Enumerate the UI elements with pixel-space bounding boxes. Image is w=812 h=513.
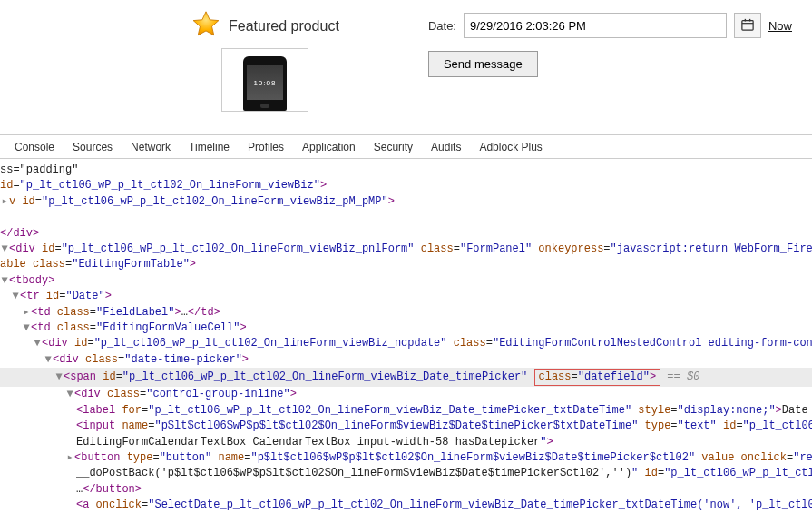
- phone-screen: 10:08: [247, 65, 283, 100]
- date-row: Date: Now: [428, 13, 792, 38]
- date-label: Date:: [428, 19, 456, 33]
- devtools-tabs: Console Sources Network Timeline Profile…: [0, 135, 812, 159]
- tab-console[interactable]: Console: [5, 135, 64, 158]
- devtools-panel: Console Sources Network Timeline Profile…: [0, 134, 812, 513]
- featured-header: Featured product: [191, 9, 339, 43]
- highlight-box: class="datefield">: [534, 369, 661, 386]
- star-icon: [191, 9, 221, 43]
- featured-title: Featured product: [229, 18, 339, 35]
- featured-product-widget: Featured product 10:08: [191, 9, 339, 112]
- calendar-button[interactable]: [734, 13, 761, 38]
- product-thumbnail[interactable]: 10:08: [221, 48, 308, 112]
- date-input[interactable]: [464, 13, 727, 38]
- tab-adblock[interactable]: Adblock Plus: [470, 135, 551, 158]
- elements-tree[interactable]: ss="padding" id="p_lt_ctl06_wP_p_lt_ctl0…: [0, 159, 812, 513]
- highlighted-span-line[interactable]: ▼<span id="p_lt_ctl06_wP_p_lt_ctl02_On_l…: [0, 368, 812, 387]
- tab-network[interactable]: Network: [122, 135, 180, 158]
- now-link[interactable]: Now: [768, 19, 792, 33]
- phone-icon: 10:08: [243, 56, 287, 111]
- date-form: Date: Now Send message: [428, 13, 792, 77]
- tab-application[interactable]: Application: [293, 135, 365, 158]
- tab-timeline[interactable]: Timeline: [180, 135, 239, 158]
- calendar-icon: [741, 18, 754, 34]
- tab-sources[interactable]: Sources: [64, 135, 122, 158]
- code-line: ss="padding": [0, 163, 78, 176]
- send-message-button[interactable]: Send message: [428, 51, 538, 77]
- svg-rect-0: [742, 20, 753, 30]
- app-top-pane: Featured product 10:08 Date:: [0, 0, 812, 134]
- tab-audits[interactable]: Audits: [422, 135, 470, 158]
- tab-security[interactable]: Security: [365, 135, 422, 158]
- tab-profiles[interactable]: Profiles: [239, 135, 293, 158]
- phone-home-button-icon: [260, 104, 269, 108]
- code-line: </div>: [0, 227, 39, 240]
